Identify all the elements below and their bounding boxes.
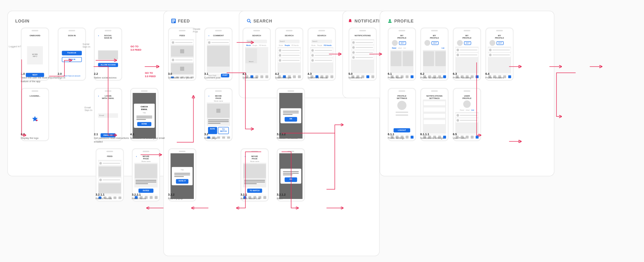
cap-2-1: 2.1Get password reset instructions email… [94,132,136,143]
cap-6111: 6.1.1.1Notifications Settings [420,132,443,140]
to-watch-button[interactable]: TO WATCH [247,189,262,193]
ok-button[interactable]: OK [285,177,297,182]
label-logged-in: Logged in? [9,45,21,48]
cap-2-0: 2.0Sign in [58,72,65,80]
cap-3211: 3.2.1.1Raters Friends [96,193,112,200]
search-icon [247,19,252,23]
rated-button[interactable]: RATED [139,189,154,193]
image-icon [216,109,220,113]
cap-50: 5.0Notifications [348,72,362,80]
rate-it-button[interactable]: RATE IT [176,179,188,184]
email-field[interactable]: Email [98,113,118,118]
title-search: SEARCH [247,19,272,23]
star-icon [31,115,39,123]
title-login: LOGIN [15,19,30,23]
list-item[interactable] [488,48,511,52]
cap-65: 6.5User Profile [453,132,466,140]
cap-43s: 4.3Search FB friends [308,72,328,80]
label-create-post: Create Post [193,28,200,33]
cap-3221: 3.2.2.1Rated Movie [132,193,146,200]
list-item[interactable] [456,113,478,117]
avatar [463,100,471,108]
cap-42s: 4.2Search People [275,72,291,80]
cap-63: 6.3Profile Following [453,72,471,80]
done-button[interactable]: DONE [137,122,151,126]
list-item[interactable] [456,53,478,57]
bell-icon [348,19,353,23]
list-item[interactable] [311,48,333,52]
svg-rect-8 [180,49,184,53]
logout-button[interactable]: LOGOUT [393,128,410,133]
image-icon [180,49,184,53]
list-item[interactable] [207,40,230,44]
list-item[interactable] [278,58,301,62]
svg-rect-9 [180,67,184,71]
info-card: MORE INFO [27,46,43,64]
label-email-signin: Email Sign In [85,106,92,111]
list-item[interactable] [352,50,374,54]
edit-button[interactable]: EDIT [496,41,503,45]
edit-button[interactable]: EDIT [464,41,471,45]
list-item[interactable] [171,40,194,44]
list-item[interactable] [352,55,374,59]
cap-64: 6.4Profile Followers [485,72,504,80]
list-item[interactable] [311,58,333,62]
list-item[interactable] [311,53,333,57]
list-item[interactable] [488,53,511,57]
list-item[interactable] [278,48,301,52]
avatar [397,101,407,110]
svg-rect-3 [172,22,174,22]
label-social-signin: Social Sign In [83,43,90,48]
list-item[interactable] [352,45,374,49]
profile-icon [388,19,392,23]
edit-button[interactable]: EDIT [431,41,438,45]
svg-point-6 [389,19,391,21]
cap-62: 6.2Profile To Watch List [420,72,443,80]
cap-0-0: 0.0Display the logo [21,132,62,140]
post-button[interactable]: POST [221,74,229,77]
list-item[interactable] [456,118,478,122]
list-item[interactable]: Movie1 [246,48,257,63]
allow-access-button[interactable]: ALLOW ACCESS [98,63,118,67]
cap-61: 6.1Profile Rated [388,72,402,80]
svg-rect-1 [172,19,175,20]
svg-rect-10 [216,109,220,113]
list-item[interactable] [456,48,478,52]
goto-feed-2: GO TO 3.0 FEED [145,72,156,78]
ok-button[interactable]: OK [285,117,297,121]
search-input[interactable]: Search [246,40,267,43]
cap-1-0: 1.0Teach the user the most important fea… [21,72,62,83]
cap-321: 3.2.1Add to Watch List [240,193,260,200]
title-profile: PROFILE [388,19,414,23]
search-input[interactable]: Search [311,40,332,43]
cap-3212a: 3.2.1.2Rotetten Tomatoes [277,132,298,140]
svg-point-4 [247,19,250,22]
cap-41s: 4.1Search Movie [243,72,258,80]
to-watch-button[interactable]: TO WATCH [218,127,229,134]
edit-button[interactable]: EDIT [399,41,406,45]
svg-point-7 [36,119,38,121]
feed-icon [171,19,176,23]
goto-feed-1: GO TO 3.0 FEED [130,45,141,52]
cap-3-0: 3.0Scrollable list of posts [168,72,192,80]
image-icon [180,67,184,71]
cap-322: 3.2.2Rate it popup [168,193,183,200]
list-item[interactable] [99,161,121,165]
cap-2-2: 2.2Native social access [94,72,116,80]
cap-611: 6.1.1Profile Settings [388,132,405,140]
list-item[interactable] [99,178,121,182]
list-item[interactable] [171,58,194,62]
facebook-button[interactable]: Facebook [62,51,82,55]
list-item[interactable] [352,40,374,44]
signin-button[interactable]: SIGN IN [62,57,82,62]
svg-rect-2 [172,20,175,21]
search-input[interactable]: Search [279,40,300,43]
cap-3-1: 3.1Comment post [204,72,220,80]
cap-4-1: 4.1Notification to check your email [130,132,168,140]
title-feed: FEED [171,19,190,23]
cap-3212b: 3.2.1.2IMDb [277,193,286,200]
list-item[interactable] [278,53,301,57]
cap-3-2: 3.2Movie page [204,132,217,140]
svg-line-5 [250,22,251,23]
